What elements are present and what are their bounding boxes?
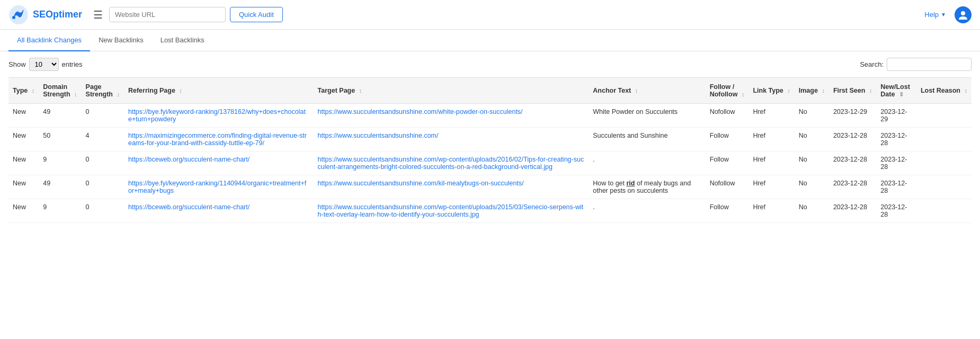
table-cell: New xyxy=(8,175,39,199)
col-domain-strength[interactable]: DomainStrength ↕ xyxy=(39,78,81,104)
table-cell: No xyxy=(795,128,829,151)
table-cell xyxy=(916,175,972,199)
table-cell: Succulents and Sunshine xyxy=(589,128,705,151)
tab-new-backlinks[interactable]: New Backlinks xyxy=(90,30,152,51)
logo-icon xyxy=(8,5,29,25)
help-link[interactable]: Help ▼ xyxy=(924,11,946,19)
table-cell: Follow xyxy=(706,128,749,151)
table-cell: 9 xyxy=(39,199,81,223)
table-cell: New xyxy=(8,104,39,128)
table-cell: Nofollow xyxy=(706,104,749,128)
svg-point-1 xyxy=(12,16,15,19)
table-cell: New xyxy=(8,151,39,175)
table-cell: 2023-12-29 xyxy=(829,104,876,128)
table-cell: Nofollow xyxy=(706,175,749,199)
table-cell: 0 xyxy=(82,199,124,223)
table-cell: 0 xyxy=(82,104,124,128)
hamburger-icon[interactable]: ☰ xyxy=(93,8,103,21)
logo-area: SEOptimer xyxy=(8,5,93,25)
table-cell[interactable]: https://bceweb.org/succulent-name-chart/ xyxy=(124,151,314,175)
table-cell: 50 xyxy=(39,128,81,151)
table-cell: Follow xyxy=(706,151,749,175)
sort-icon-follow: ↕ xyxy=(742,91,745,97)
table-cell: 9 xyxy=(39,151,81,175)
table-cell[interactable]: https://bceweb.org/succulent-name-chart/ xyxy=(124,199,314,223)
sort-icon-target: ↕ xyxy=(359,87,362,94)
table-cell: 2023-12-28 xyxy=(829,128,876,151)
sort-icon-domain: ↕ xyxy=(74,91,77,97)
sort-icon-anchor: ↕ xyxy=(635,87,638,94)
sort-icon-lost-reason: ↕ xyxy=(964,87,967,94)
tab-lost-backlinks[interactable]: Lost Backlinks xyxy=(152,30,213,51)
table-cell[interactable]: https://www.succulentsandsunshine.com/ xyxy=(314,128,589,151)
search-input[interactable] xyxy=(887,58,972,71)
col-new-lost-date[interactable]: New/LostDate ⇕ xyxy=(876,78,916,104)
url-input[interactable] xyxy=(109,7,226,22)
col-first-seen[interactable]: First Seen ↕ xyxy=(829,78,876,104)
user-avatar[interactable] xyxy=(955,6,972,23)
sort-icon-page: ↕ xyxy=(117,91,120,97)
table-cell[interactable]: https://bye.fyi/keyword-ranking/1378162/… xyxy=(124,104,314,128)
table-row: New490https://bye.fyi/keyword-ranking/13… xyxy=(8,104,972,128)
table-row: New90https://bceweb.org/succulent-name-c… xyxy=(8,151,972,175)
table-container: Type ↕ DomainStrength ↕ PageStrength ↕ R… xyxy=(0,77,980,223)
table-cell[interactable]: https://www.succulentsandsunshine.com/ki… xyxy=(314,175,589,199)
table-cell: No xyxy=(795,104,829,128)
tab-all-backlink-changes[interactable]: All Backlink Changes xyxy=(8,30,90,51)
table-cell: 49 xyxy=(39,175,81,199)
search-area: Search: xyxy=(860,58,972,71)
chevron-down-icon: ▼ xyxy=(941,12,946,17)
table-cell: Href xyxy=(749,175,794,199)
sort-icon-referring: ↕ xyxy=(179,87,182,94)
col-lost-reason[interactable]: Lost Reason ↕ xyxy=(916,78,972,104)
col-referring-page[interactable]: Referring Page ↕ xyxy=(124,78,314,104)
col-page-strength[interactable]: PageStrength ↕ xyxy=(82,78,124,104)
col-follow-nofollow[interactable]: Follow /Nofollow ↕ xyxy=(706,78,749,104)
table-cell: 2023-12-28 xyxy=(876,128,916,151)
col-image[interactable]: Image ↕ xyxy=(795,78,829,104)
sort-icon-new-lost: ⇕ xyxy=(899,91,904,98)
table-cell: White Powder on Succulents xyxy=(589,104,705,128)
table-cell: . xyxy=(589,199,705,223)
sort-icon-link-type: ↕ xyxy=(787,87,790,94)
table-cell: 2023-12-28 xyxy=(829,199,876,223)
table-cell: 0 xyxy=(82,151,124,175)
table-cell xyxy=(916,151,972,175)
table-row: New490https://bye.fyi/keyword-ranking/11… xyxy=(8,175,972,199)
col-type[interactable]: Type ↕ xyxy=(8,78,39,104)
show-entries: Show 10 25 50 100 entries xyxy=(8,58,83,71)
table-cell: 0 xyxy=(82,175,124,199)
show-label: Show xyxy=(8,60,26,68)
table-cell: 2023-12-28 xyxy=(876,175,916,199)
backlinks-table: Type ↕ DomainStrength ↕ PageStrength ↕ R… xyxy=(8,77,972,223)
sort-icon-image: ↕ xyxy=(822,87,825,94)
col-anchor-text[interactable]: Anchor Text ↕ xyxy=(589,78,705,104)
table-cell: 2023-12-28 xyxy=(829,175,876,199)
table-cell: 2023-12-29 xyxy=(876,104,916,128)
table-cell[interactable]: https://maximizingecommerce.com/finding-… xyxy=(124,128,314,151)
table-cell: Href xyxy=(749,199,794,223)
table-cell: No xyxy=(795,151,829,175)
sort-icon-first-seen: ↕ xyxy=(869,87,872,94)
table-cell: 4 xyxy=(82,128,124,151)
table-cell[interactable]: https://www.succulentsandsunshine.com/wp… xyxy=(314,199,589,223)
table-cell: . xyxy=(589,151,705,175)
search-label: Search: xyxy=(860,60,884,68)
table-cell: 2023-12-28 xyxy=(876,151,916,175)
entries-select[interactable]: 10 25 50 100 xyxy=(29,58,59,71)
entries-label: entries xyxy=(62,60,83,68)
table-row: New90https://bceweb.org/succulent-name-c… xyxy=(8,199,972,223)
table-cell: No xyxy=(795,175,829,199)
table-row: New504https://maximizingecommerce.com/fi… xyxy=(8,128,972,151)
table-cell[interactable]: https://bye.fyi/keyword-ranking/1140944/… xyxy=(124,175,314,199)
table-cell xyxy=(916,104,972,128)
table-cell xyxy=(916,199,972,223)
table-cell: 49 xyxy=(39,104,81,128)
col-link-type[interactable]: Link Type ↕ xyxy=(749,78,794,104)
table-cell[interactable]: https://www.succulentsandsunshine.com/wp… xyxy=(314,151,589,175)
table-cell[interactable]: https://www.succulentsandsunshine.com/wh… xyxy=(314,104,589,128)
quick-audit-button[interactable]: Quick Audit xyxy=(230,7,283,22)
header: SEOptimer ☰ Quick Audit Help ▼ xyxy=(0,0,980,30)
col-target-page[interactable]: Target Page ↕ xyxy=(314,78,589,104)
table-controls: Show 10 25 50 100 entries Search: xyxy=(0,51,980,77)
